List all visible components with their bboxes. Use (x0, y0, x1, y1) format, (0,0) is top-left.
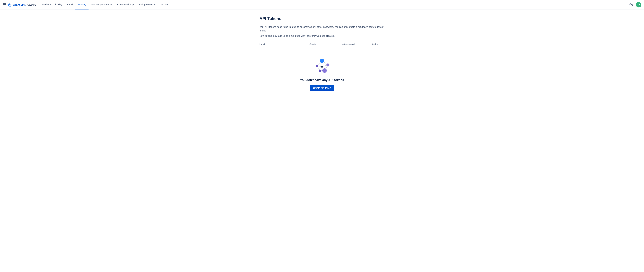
nav-item-connected-apps[interactable]: Connected apps (115, 0, 137, 10)
header-right: ? TV (628, 2, 641, 8)
api-token-table: Label Created Last accessed Action (260, 42, 384, 47)
svg-point-20 (316, 65, 318, 67)
table-col-created: Created (310, 42, 341, 47)
header-left: ATLASSIAN Account (3, 2, 36, 7)
svg-rect-2 (5, 3, 6, 4)
empty-illustration (312, 57, 332, 74)
table-header-row: Label Created Last accessed Action (260, 42, 384, 47)
create-api-token-button[interactable]: Create API token (310, 85, 334, 91)
help-button[interactable]: ? (628, 2, 634, 8)
svg-point-18 (320, 59, 324, 63)
empty-state-title: You don't have any API tokens (300, 78, 344, 82)
svg-rect-6 (3, 6, 4, 6)
description-text-2: New tokens may take up to a minute to wo… (260, 34, 384, 38)
svg-text:?: ? (630, 4, 632, 6)
page-title: API Tokens (260, 16, 384, 21)
nav-item-products[interactable]: Products (159, 0, 173, 10)
main-content: API Tokens Your API tokens need to be tr… (256, 10, 388, 104)
nav-item-security[interactable]: Security (75, 0, 88, 10)
svg-point-23 (322, 68, 327, 73)
account-brand-text: Account (27, 4, 36, 6)
empty-state: You don't have any API tokens Create API… (260, 47, 384, 97)
svg-rect-7 (4, 6, 5, 6)
table-col-label: Label (260, 42, 310, 47)
svg-rect-4 (4, 5, 5, 5)
nav-item-profile[interactable]: Profile and visibility (40, 0, 64, 10)
nav-item-email[interactable]: Email (64, 0, 75, 10)
table-col-last-accessed: Last accessed (341, 42, 372, 47)
avatar[interactable]: TV (636, 2, 641, 8)
atlassian-brand-text: ATLASSIAN (13, 4, 26, 6)
nav-item-link-prefs[interactable]: Link preferences (137, 0, 159, 10)
svg-rect-5 (5, 5, 6, 5)
svg-rect-8 (5, 6, 6, 6)
atlassian-logo[interactable]: ATLASSIAN Account (8, 2, 36, 7)
svg-point-19 (326, 63, 330, 67)
main-nav: Profile and visibility Email Security Ac… (40, 0, 173, 9)
nav-item-account-prefs[interactable]: Account preferences (88, 0, 115, 10)
svg-rect-0 (3, 3, 4, 4)
svg-point-21 (321, 66, 323, 68)
svg-point-22 (319, 70, 322, 72)
description-text-1: Your API tokens need to be treated as se… (260, 25, 384, 33)
header: ATLASSIAN Account Profile and visibility… (0, 0, 644, 10)
svg-rect-3 (3, 5, 4, 5)
table-col-action: Action (372, 42, 384, 47)
svg-rect-1 (4, 3, 5, 4)
grid-icon[interactable] (3, 3, 6, 7)
